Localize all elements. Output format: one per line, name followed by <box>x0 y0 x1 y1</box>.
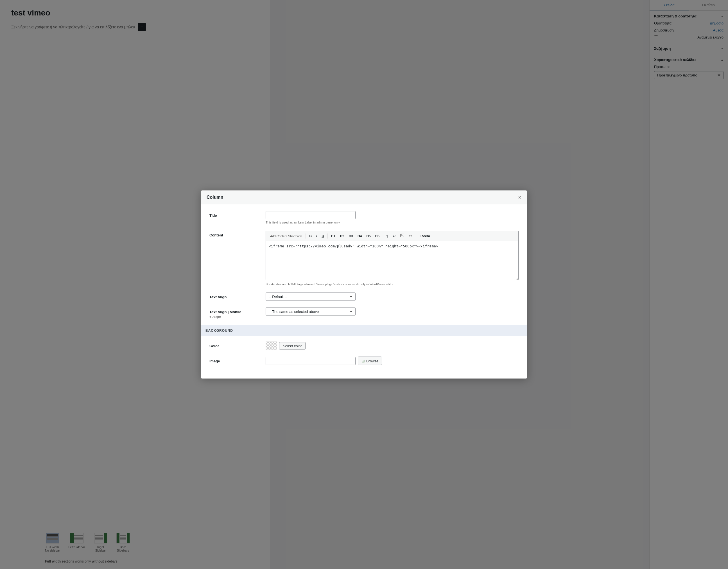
h3-button[interactable]: H3 <box>347 233 355 239</box>
modal-close-button[interactable]: × <box>518 195 521 200</box>
h4-button[interactable]: H4 <box>356 233 364 239</box>
italic-button[interactable]: I <box>314 233 319 239</box>
content-toolbar: Add Content Shortcode B I U H1 H2 H3 H4 … <box>266 231 519 241</box>
text-align-control: -- Default -- <box>266 293 519 301</box>
modal-header: Column × <box>201 191 527 204</box>
text-align-label: Text Align <box>209 293 266 299</box>
toolbar-sep-2 <box>327 233 328 238</box>
add-shortcode-button[interactable]: Add Content Shortcode <box>268 233 304 239</box>
link-icon <box>409 234 413 237</box>
content-label: Content <box>209 231 266 237</box>
title-label: Title <box>209 211 266 218</box>
text-align-select[interactable]: -- Default -- <box>266 293 356 301</box>
content-hint: Shortcodes and HTML tags allowed. Some p… <box>266 283 519 286</box>
title-input[interactable] <box>266 211 356 219</box>
title-field-row: Title This field is used as an Item Labe… <box>209 211 519 224</box>
browse-icon: ⊞ <box>361 359 365 363</box>
link-button[interactable] <box>407 233 415 239</box>
paragraph-button[interactable]: ¶ <box>385 233 390 239</box>
background-section-header: BACKGROUND <box>201 325 527 336</box>
text-align-mobile-row: Text Align | Mobile < 768px -- The same … <box>209 308 519 319</box>
text-align-row: Text Align -- Default -- <box>209 293 519 301</box>
color-swatch[interactable] <box>266 342 277 350</box>
content-field-row: Content Add Content Shortcode B I U H1 H… <box>209 231 519 286</box>
image-input-wrap: ⊞ Browse <box>266 357 519 365</box>
column-modal: Column × Title This field is used as an … <box>201 191 527 379</box>
background-page: test vimeo Ξεκινήστε να γράφετε ή να πλη… <box>0 0 728 569</box>
toolbar-sep-4 <box>416 233 416 238</box>
image-label: Image <box>209 357 266 363</box>
return-button[interactable]: ↵ <box>391 233 398 239</box>
mobile-hint: < 768px <box>209 315 266 319</box>
modal-body: Title This field is used as an Item Labe… <box>201 204 527 379</box>
color-field-row: Color Select color <box>209 342 519 350</box>
lorem-button[interactable]: Lorem <box>418 233 432 239</box>
h6-button[interactable]: H6 <box>373 233 381 239</box>
image-control: ⊞ Browse <box>266 357 519 365</box>
select-color-button[interactable]: Select color <box>279 342 306 349</box>
content-textarea[interactable] <box>266 241 519 280</box>
bold-button[interactable]: B <box>307 233 314 239</box>
image-button[interactable] <box>398 233 406 239</box>
text-align-mobile-label: Text Align | Mobile < 768px <box>209 308 266 319</box>
h2-button[interactable]: H2 <box>338 233 346 239</box>
color-control: Select color <box>266 342 519 350</box>
h1-button[interactable]: H1 <box>329 233 337 239</box>
modal-title: Column <box>207 195 223 200</box>
image-field-row: Image ⊞ Browse <box>209 357 519 365</box>
content-control-wrap: Add Content Shortcode B I U H1 H2 H3 H4 … <box>266 231 519 286</box>
color-swatch-wrap: Select color <box>266 342 519 350</box>
image-icon <box>400 234 404 237</box>
underline-button[interactable]: U <box>320 233 326 239</box>
text-align-mobile-control: -- The same as selected above -- <box>266 308 519 316</box>
h5-button[interactable]: H5 <box>364 233 372 239</box>
toolbar-sep-3 <box>383 233 383 238</box>
browse-button[interactable]: ⊞ Browse <box>358 357 382 365</box>
text-align-mobile-select[interactable]: -- The same as selected above -- <box>266 308 356 316</box>
title-control-wrap: This field is used as an Item Label in a… <box>266 211 519 224</box>
title-hint: This field is used as an Item Label in a… <box>266 221 519 224</box>
image-input[interactable] <box>266 357 356 365</box>
color-label: Color <box>209 342 266 348</box>
